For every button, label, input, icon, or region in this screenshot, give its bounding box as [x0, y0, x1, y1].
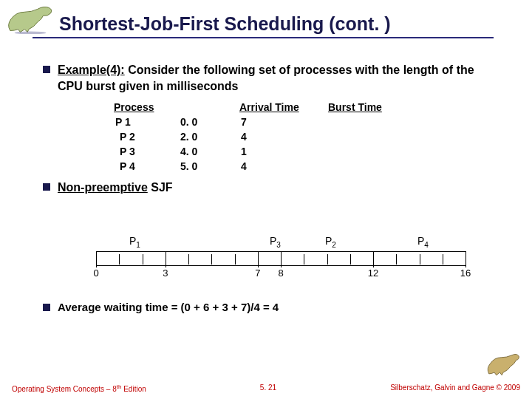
- gantt-tick-minor: [350, 254, 351, 265]
- col-process: Process: [114, 101, 180, 113]
- process-table: Process Arrival Time Burst Time P 1 0. 0…: [114, 101, 494, 172]
- gantt-tick-major: [466, 251, 466, 267]
- gantt-process-label: P1: [129, 235, 140, 249]
- bullet-avg-wait: Average waiting time = (0 + 6 + 3 + 7)/4…: [43, 300, 494, 315]
- svg-point-0: [15, 32, 47, 34]
- cell-burst: 7: [239, 116, 328, 128]
- cell-burst: 4: [239, 160, 328, 172]
- bullet-nonpreemptive: Non-preemptive SJF: [43, 180, 494, 196]
- gantt-time-number: 16: [460, 267, 471, 279]
- gantt-tick-minor: [143, 254, 143, 265]
- gantt-tick-major: [373, 251, 374, 267]
- gantt-tick-major: [96, 251, 97, 267]
- gantt-tick-minor: [211, 254, 212, 265]
- bullet-example: Example(4): Consider the following set o…: [43, 62, 494, 94]
- gantt-tick-minor: [304, 254, 304, 265]
- gantt-time-number: 7: [255, 267, 260, 279]
- footer-page-number: 5. 21: [260, 383, 276, 393]
- gantt-process-label: P3: [270, 235, 281, 249]
- col-burst: Burst Time: [328, 101, 409, 113]
- cell-burst: 4: [239, 131, 328, 143]
- bullet-marker: [43, 66, 50, 73]
- cell-arrival: 2. 0: [180, 131, 239, 143]
- gantt-time-number: 12: [368, 267, 378, 279]
- gantt-tick-minor: [327, 254, 328, 265]
- footer-right: Silberschatz, Galvin and Gagne © 2009: [390, 383, 520, 393]
- table-row: P 4 5. 0 4: [114, 160, 494, 172]
- col-arrival: Arrival Time: [239, 101, 328, 113]
- cell-arrival: 4. 0: [180, 146, 239, 157]
- gantt-tick-minor: [188, 254, 189, 265]
- gantt-tick-minor: [396, 254, 397, 265]
- gantt-time-number: 8: [278, 267, 283, 279]
- gantt-time-number: 0: [93, 267, 98, 279]
- slide-footer: Operating System Concepts – 8th Edition …: [0, 383, 532, 393]
- gantt-tick-major: [166, 251, 166, 267]
- cell-arrival: 0. 0: [180, 116, 239, 128]
- gantt-tick-major: [281, 251, 282, 267]
- gantt-process-label: P2: [325, 235, 336, 249]
- gantt-tick-major: [258, 251, 259, 267]
- cell-process: P 1: [114, 116, 180, 128]
- gantt-chart: P1P3P2P4 03781216: [96, 235, 466, 282]
- slide-title: Shortest-Job-First Scheduling (cont. ): [59, 13, 391, 35]
- table-row: P 3 4. 0 1: [114, 146, 494, 157]
- table-row: P 2 2. 0 4: [114, 131, 494, 143]
- gantt-tick-minor: [443, 254, 443, 265]
- cell-burst: 1: [239, 146, 328, 157]
- cell-process: P 2: [114, 131, 180, 143]
- title-underline: [33, 37, 494, 38]
- bullet-marker: [43, 304, 50, 311]
- gantt-tick-minor: [119, 254, 120, 265]
- cell-process: P 4: [114, 160, 180, 172]
- cell-process: P 3: [114, 146, 180, 157]
- avg-wait-text: Average waiting time = (0 + 6 + 3 + 7)/4…: [58, 300, 494, 315]
- dinosaur-footer-icon: [486, 352, 520, 377]
- table-row: P 1 0. 0 7: [114, 116, 494, 128]
- gantt-tick-minor: [420, 254, 420, 265]
- nonpreemptive-label: Non-preemptive: [58, 181, 148, 194]
- dinosaur-header-icon: [6, 4, 56, 34]
- cell-arrival: 5. 0: [180, 160, 239, 172]
- bullet-marker: [43, 183, 50, 191]
- nonpreemptive-rest: SJF: [148, 181, 173, 194]
- footer-left: Operating System Concepts – 8th Edition: [12, 383, 146, 393]
- gantt-tick-minor: [235, 254, 236, 265]
- example-label: Example(4):: [58, 64, 125, 76]
- gantt-process-label: P4: [417, 235, 429, 249]
- gantt-time-number: 3: [163, 267, 168, 279]
